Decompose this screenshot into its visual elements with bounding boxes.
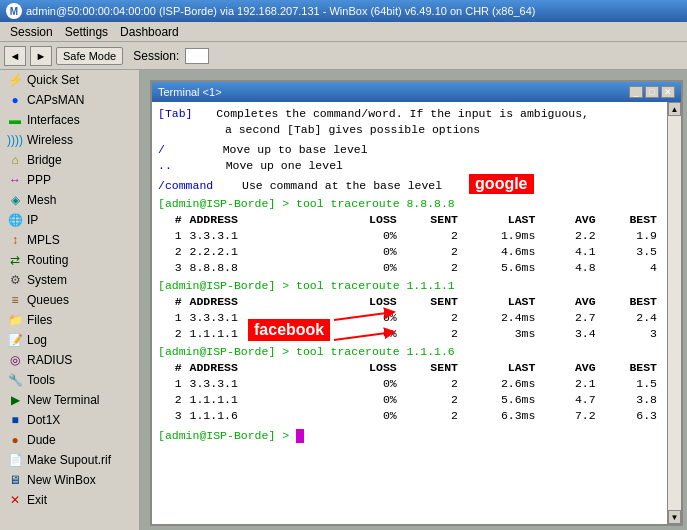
sidebar-item-ppp[interactable]: ↔ PPP bbox=[0, 170, 139, 190]
scroll-up-button[interactable]: ▲ bbox=[668, 102, 681, 116]
cmd-slash: / bbox=[158, 143, 165, 156]
sidebar-item-exit[interactable]: ✕ Exit bbox=[0, 490, 139, 510]
terminal-minimize-button[interactable]: _ bbox=[629, 86, 643, 98]
help-line-3: / Move up to base level bbox=[158, 142, 661, 158]
sidebar-item-mpls[interactable]: ↕ MPLS bbox=[0, 230, 139, 250]
sidebar-item-quick-set[interactable]: ⚡ Quick Set bbox=[0, 70, 139, 90]
capsman-icon: ● bbox=[8, 93, 22, 107]
queues-icon: ≡ bbox=[8, 293, 22, 307]
trace1-table: # ADDRESS LOSS SENT LAST AVG BEST 1 3.3.… bbox=[158, 212, 661, 276]
main-layout: ⚡ Quick Set ● CAPsMAN ▬ Interfaces )))) … bbox=[0, 70, 687, 530]
system-icon: ⚙ bbox=[8, 273, 22, 287]
sidebar-item-system[interactable]: ⚙ System bbox=[0, 270, 139, 290]
sidebar-label-dot1x: Dot1X bbox=[27, 413, 60, 427]
title-text: admin@50:00:00:04:00:00 (ISP-Borde) via … bbox=[26, 5, 536, 17]
cmd-tab: [Tab] bbox=[158, 107, 193, 120]
sidebar-item-routing[interactable]: ⇄ Routing bbox=[0, 250, 139, 270]
sidebar-item-capsman[interactable]: ● CAPsMAN bbox=[0, 90, 139, 110]
sidebar-item-ip[interactable]: 🌐 IP bbox=[0, 210, 139, 230]
trace1-col-addr: ADDRESS bbox=[186, 212, 324, 228]
scroll-track bbox=[668, 116, 681, 510]
facebook-annotation-label: facebook bbox=[248, 319, 330, 341]
bridge-icon: ⌂ bbox=[8, 153, 22, 167]
trace3-row-1: 1 3.3.3.1 0% 2 2.6ms 2.1 1.5 bbox=[158, 376, 661, 392]
sidebar-label-tools: Tools bbox=[27, 373, 55, 387]
terminal-main: [Tab] Completes the command/word. If the… bbox=[152, 102, 681, 524]
dot1x-icon: ■ bbox=[8, 413, 22, 427]
safe-mode-button[interactable]: Safe Mode bbox=[56, 47, 123, 65]
sidebar-label-ppp: PPP bbox=[27, 173, 51, 187]
trace3-table: # ADDRESS LOSS SENT LAST AVG BEST 1 3.3.… bbox=[158, 360, 661, 424]
tools-icon: 🔧 bbox=[8, 373, 22, 387]
dude-icon: ● bbox=[8, 433, 22, 447]
menu-session[interactable]: Session bbox=[4, 24, 59, 40]
app-icon: M bbox=[6, 3, 22, 19]
sidebar-item-log[interactable]: 📝 Log bbox=[0, 330, 139, 350]
sidebar-label-bridge: Bridge bbox=[27, 153, 62, 167]
terminal-title: Terminal <1> bbox=[158, 86, 222, 98]
help-line-5: /command Use command at the base level g… bbox=[158, 174, 661, 194]
menu-dashboard[interactable]: Dashboard bbox=[114, 24, 185, 40]
sidebar-item-dude[interactable]: ● Dude bbox=[0, 430, 139, 450]
cmd-tab-desc2: a second [Tab] gives possible options bbox=[225, 123, 480, 136]
session-input[interactable] bbox=[185, 48, 209, 64]
cmd-slash-desc: Move up to base level bbox=[223, 143, 368, 156]
sidebar-label-wireless: Wireless bbox=[27, 133, 73, 147]
mesh-icon: ◈ bbox=[8, 193, 22, 207]
sidebar-label-files: Files bbox=[27, 313, 52, 327]
trace2-section: # ADDRESS LOSS SENT LAST AVG BEST 1 3.3.… bbox=[158, 294, 661, 342]
sidebar-item-dot1x[interactable]: ■ Dot1X bbox=[0, 410, 139, 430]
sidebar-label-mpls: MPLS bbox=[27, 233, 60, 247]
files-icon: 📁 bbox=[8, 313, 22, 327]
scroll-down-button[interactable]: ▼ bbox=[668, 510, 681, 524]
sidebar-item-radius[interactable]: ◎ RADIUS bbox=[0, 350, 139, 370]
menu-bar: Session Settings Dashboard bbox=[0, 22, 687, 42]
sidebar-item-new-winbox[interactable]: 🖥 New WinBox bbox=[0, 470, 139, 490]
sidebar-item-new-terminal[interactable]: ▶ New Terminal bbox=[0, 390, 139, 410]
trace2-prompt: [admin@ISP-Borde] > tool traceroute 1.1.… bbox=[158, 279, 455, 292]
ip-icon: 🌐 bbox=[8, 213, 22, 227]
sidebar-label-mesh: Mesh bbox=[27, 193, 56, 207]
sidebar-item-make-supout[interactable]: 📄 Make Supout.rif bbox=[0, 450, 139, 470]
svg-line-0 bbox=[334, 312, 394, 320]
sidebar-label-capsman: CAPsMAN bbox=[27, 93, 84, 107]
terminal-cursor bbox=[296, 429, 304, 443]
quick-set-icon: ⚡ bbox=[8, 73, 22, 87]
trace1-col-loss: LOSS bbox=[323, 212, 400, 228]
trace3-row-3: 3 1.1.1.6 0% 2 6.3ms 7.2 6.3 bbox=[158, 408, 661, 424]
trace1-col-avg: AVG bbox=[539, 212, 599, 228]
sidebar-item-bridge[interactable]: ⌂ Bridge bbox=[0, 150, 139, 170]
terminal-maximize-button[interactable]: □ bbox=[645, 86, 659, 98]
sidebar-label-radius: RADIUS bbox=[27, 353, 72, 367]
sidebar: ⚡ Quick Set ● CAPsMAN ▬ Interfaces )))) … bbox=[0, 70, 140, 530]
menu-settings[interactable]: Settings bbox=[59, 24, 114, 40]
trace1-prompt: [admin@ISP-Borde] > tool traceroute 8.8.… bbox=[158, 197, 455, 210]
back-button[interactable]: ◄ bbox=[4, 46, 26, 66]
sidebar-item-queues[interactable]: ≡ Queues bbox=[0, 290, 139, 310]
forward-button[interactable]: ► bbox=[30, 46, 52, 66]
trace1-col-last: LAST bbox=[462, 212, 539, 228]
sidebar-label-log: Log bbox=[27, 333, 47, 347]
session-label: Session: bbox=[133, 49, 179, 63]
trace1-prompt-line: [admin@ISP-Borde] > tool traceroute 8.8.… bbox=[158, 196, 661, 212]
wireless-icon: )))) bbox=[8, 133, 22, 147]
terminal-body[interactable]: [Tab] Completes the command/word. If the… bbox=[152, 102, 667, 524]
sidebar-item-interfaces[interactable]: ▬ Interfaces bbox=[0, 110, 139, 130]
cmd-tab-desc: Completes the command/word. If the input… bbox=[216, 107, 589, 120]
sidebar-label-queues: Queues bbox=[27, 293, 69, 307]
terminal-close-button[interactable]: ✕ bbox=[661, 86, 675, 98]
sidebar-item-mesh[interactable]: ◈ Mesh bbox=[0, 190, 139, 210]
sidebar-item-files[interactable]: 📁 Files bbox=[0, 310, 139, 330]
bottom-prompt: [admin@ISP-Borde] > bbox=[158, 429, 296, 442]
ppp-icon: ↔ bbox=[8, 173, 22, 187]
trace1-header-row: # ADDRESS LOSS SENT LAST AVG BEST bbox=[158, 212, 661, 228]
sidebar-item-wireless[interactable]: )))) Wireless bbox=[0, 130, 139, 150]
trace1-col-sent: SENT bbox=[401, 212, 462, 228]
sidebar-item-tools[interactable]: 🔧 Tools bbox=[0, 370, 139, 390]
trace1-col-best: BEST bbox=[600, 212, 661, 228]
facebook-annotation: facebook bbox=[248, 310, 414, 350]
sidebar-label-routing: Routing bbox=[27, 253, 68, 267]
log-icon: 📝 bbox=[8, 333, 22, 347]
new-winbox-icon: 🖥 bbox=[8, 473, 22, 487]
sidebar-label-exit: Exit bbox=[27, 493, 47, 507]
